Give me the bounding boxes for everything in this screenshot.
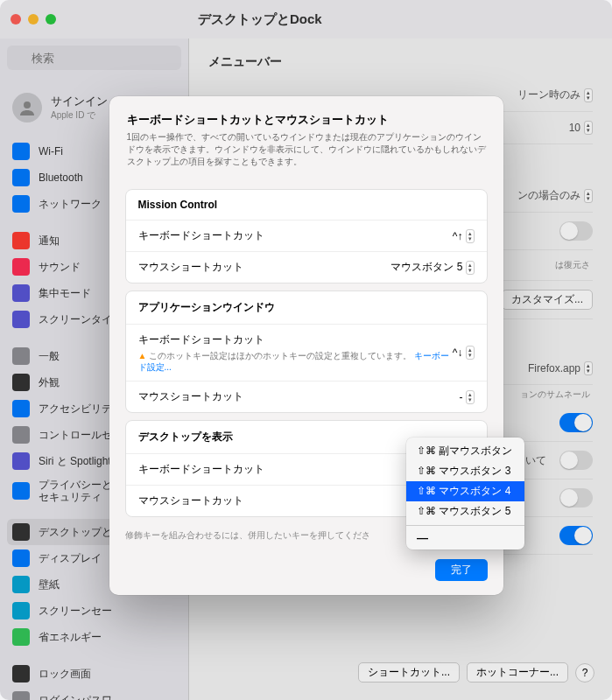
panel-row: キーボードショートカット▲このホットキー設定はほかのホットキーの設定と重複してい… [126,325,487,382]
row-label: キーボードショートカット [138,332,453,347]
keyboard-settings-link[interactable]: キーボード設定... [138,351,450,372]
row-label: マウスショートカット [138,494,243,508]
row-value[interactable]: マウスボタン 5▴▾ [390,260,474,275]
row-label: キーボードショートカット [138,462,264,477]
stepper-icon[interactable]: ▴▾ [466,390,475,404]
section-head: アプリケーションウインドウ [126,291,487,325]
row-value[interactable]: ^↓▴▾ [453,346,475,360]
modal-section: アプリケーションウインドウキーボードショートカット▲このホットキー設定はほかのホ… [125,290,488,413]
row-value[interactable]: -▴▾ [460,390,475,404]
row-value[interactable]: ^↑▴▾ [453,229,475,243]
warning-text: ▲このホットキー設定はほかのホットキーの設定と重複しています。 キーボード設定.… [138,350,453,373]
panel-row: マウスショートカット-▴▾ [126,382,487,412]
modal-desc: 1回のキー操作で、すべての開いているウインドウまたは現在のアプリケーションのウイ… [127,131,486,168]
row-label: キーボードショートカット [138,228,264,243]
stepper-icon[interactable]: ▴▾ [466,346,475,360]
warning-icon: ▲ [138,351,147,360]
panel-row: マウスショートカットマウスボタン 5▴▾ [126,252,487,283]
done-button[interactable]: 完了 [435,559,488,581]
popover-item[interactable]: ⇧⌘ マウスボタン 5 [406,501,524,522]
section-head: Mission Control [126,190,487,220]
stepper-icon[interactable]: ▴▾ [466,229,475,243]
popover-item[interactable]: ⇧⌘ 副マウスボタン [406,441,524,461]
modal-title: キーボードショートカットとマウスショートカット [127,112,486,128]
mouse-button-popover[interactable]: ⇧⌘ 副マウスボタン⇧⌘ マウスボタン 3⇧⌘ マウスボタン 4⇧⌘ マウスボタ… [406,438,524,550]
panel-row: キーボードショートカット^↑▴▾ [126,220,487,252]
row-label: マウスショートカット [138,260,243,275]
popover-item[interactable]: ⇧⌘ マウスボタン 4 [406,481,524,501]
modal-section: Mission Controlキーボードショートカット^↑▴▾マウスショートカッ… [125,189,488,284]
stepper-icon[interactable]: ▴▾ [466,261,475,275]
popover-dash[interactable]: — [406,529,524,546]
row-label: マウスショートカット [138,389,243,404]
popover-item[interactable]: ⇧⌘ マウスボタン 3 [406,461,524,481]
